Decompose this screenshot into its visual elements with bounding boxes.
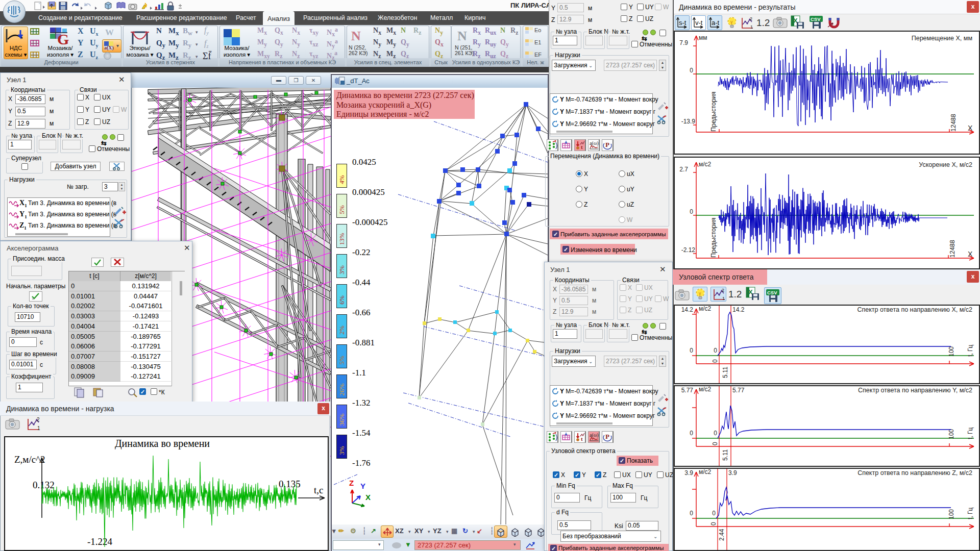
svg-text:-13.9: -13.9 <box>681 118 696 125</box>
svg-text:5.11: 5.11 <box>722 366 729 378</box>
svg-text:X: X <box>968 250 973 258</box>
svg-text:-1.224: -1.224 <box>87 536 113 547</box>
svg-text:t: t <box>581 144 583 150</box>
svg-text:-2.12: -2.12 <box>681 246 696 254</box>
svg-text:1: 1 <box>37 425 40 431</box>
svg-text:100: 100 <box>948 346 955 357</box>
svg-text:14.2: 14.2 <box>681 306 694 313</box>
svg-text:t: t <box>581 436 583 442</box>
svg-text:0: 0 <box>714 347 717 354</box>
svg-text:Спектр ответа по направлению X: Спектр ответа по направлению X, м/с2 <box>857 306 972 313</box>
svg-text:t,c: t,c <box>314 485 323 495</box>
svg-text:0: 0 <box>712 359 719 363</box>
svg-text:t, Гц: t, Гц <box>967 508 974 520</box>
svg-text:Предыстория: Предыстория <box>710 218 717 258</box>
svg-text:3.9: 3.9 <box>728 469 737 477</box>
svg-text:5.77: 5.77 <box>681 387 694 394</box>
svg-text:0: 0 <box>690 347 693 354</box>
svg-text:0.132: 0.132 <box>33 480 55 490</box>
svg-text:5.77: 5.77 <box>732 387 745 394</box>
svg-text:0: 0 <box>690 208 693 215</box>
svg-text:12488: 12488 <box>950 114 957 132</box>
svg-text:0: 0 <box>690 510 693 517</box>
svg-text:м/с2: м/с2 <box>699 161 712 168</box>
svg-text:100: 100 <box>948 429 955 439</box>
svg-text:P: P <box>605 433 609 440</box>
svg-text:Динамика во времени: Динамика во времени <box>115 438 210 449</box>
svg-text:X: X <box>968 124 973 132</box>
svg-text:100: 100 <box>948 509 955 519</box>
svg-text:Z,м/с^2: Z,м/с^2 <box>14 454 45 465</box>
svg-text:0: 0 <box>712 442 719 445</box>
svg-text:t, Гц: t, Гц <box>967 345 974 357</box>
svg-text:P: P <box>605 141 609 148</box>
svg-text:0: 0 <box>712 510 716 517</box>
svg-text:0: 0 <box>690 67 693 74</box>
svg-text:м/с2: м/с2 <box>699 386 712 393</box>
svg-text:0: 0 <box>714 430 717 437</box>
svg-text:Перемещение X, мм: Перемещение X, мм <box>912 35 972 42</box>
svg-text:12488: 12488 <box>949 240 956 258</box>
svg-text:3.9: 3.9 <box>684 469 693 477</box>
svg-text:Предыстория: Предыстория <box>710 92 717 132</box>
svg-text:Спектр ответа по направлению Z: Спектр ответа по направлению Z, м/с2 <box>857 469 972 477</box>
svg-text:a(ω): a(ω) <box>590 432 599 438</box>
svg-text:0: 0 <box>710 522 717 525</box>
svg-text:2: 2 <box>37 417 40 422</box>
svg-text:0: 0 <box>690 430 693 437</box>
svg-text:a(ω): a(ω) <box>590 140 599 146</box>
svg-text:Ускорение X, м/с2: Ускорение X, м/с2 <box>919 161 972 168</box>
svg-text:0.135: 0.135 <box>279 479 301 489</box>
svg-text:t, Гц: t, Гц <box>967 428 974 440</box>
svg-text:5.11: 5.11 <box>722 449 729 461</box>
svg-text:мм: мм <box>699 34 707 41</box>
svg-text:Спектр ответа по направлению Y: Спектр ответа по направлению Y, м/с2 <box>858 387 972 394</box>
svg-text:2.7: 2.7 <box>679 166 688 173</box>
svg-text:14.2: 14.2 <box>732 306 745 313</box>
svg-text:м/с2: м/с2 <box>699 305 712 312</box>
svg-text:2.44: 2.44 <box>718 529 725 541</box>
svg-text:м/с2: м/с2 <box>699 468 712 475</box>
svg-text:7.9: 7.9 <box>679 39 688 46</box>
